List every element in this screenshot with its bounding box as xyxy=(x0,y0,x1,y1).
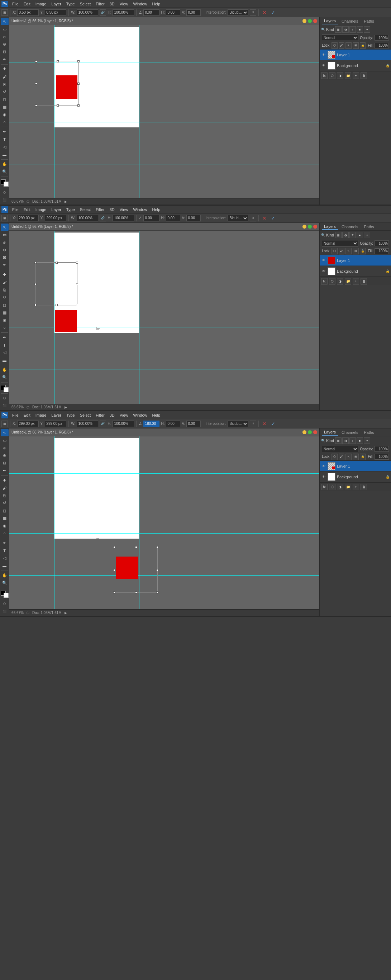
h-input-1[interactable] xyxy=(112,10,134,16)
tool-stamp-2[interactable]: ⎘ xyxy=(1,286,9,294)
layer-eye-bg-2[interactable]: 👁 xyxy=(321,269,326,274)
angle-input-2[interactable] xyxy=(143,215,160,221)
w-input-3[interactable] xyxy=(77,420,98,427)
tool-mask-1[interactable]: ⬡ xyxy=(1,189,9,196)
tool-eyedrop-2[interactable]: ✒ xyxy=(1,262,9,269)
bg-color-2[interactable] xyxy=(3,387,9,392)
menu-file-2[interactable]: File xyxy=(10,207,21,212)
layer-eye-1-1[interactable]: 👁 xyxy=(321,52,326,57)
mask-btn-2[interactable]: ⬡ xyxy=(329,278,336,285)
adj-btn-3[interactable]: ◑ xyxy=(337,484,344,490)
status-arrow-3[interactable]: ▶ xyxy=(65,611,67,615)
layer-eye-bg-1[interactable]: 👁 xyxy=(321,63,326,68)
doc-minimize-2[interactable] xyxy=(302,224,306,229)
menu-type-3[interactable]: Type xyxy=(64,412,77,418)
filter-adj-2[interactable]: ◑ xyxy=(342,232,349,238)
cancel-transform-3[interactable]: ✕ xyxy=(261,420,268,427)
tool-lasso-3[interactable]: ⌀ xyxy=(1,444,9,452)
tool-pen-2[interactable]: ✒ xyxy=(1,334,9,341)
filter-pixel-1[interactable]: ▦ xyxy=(335,26,342,33)
menu-view-3[interactable]: View xyxy=(117,412,130,418)
tool-blur-1[interactable]: ◉ xyxy=(1,111,9,118)
tool-brush-2[interactable]: 🖌 xyxy=(1,279,9,286)
menu-select-2[interactable]: Select xyxy=(78,207,93,212)
tool-mask-2[interactable]: ⬡ xyxy=(1,395,9,402)
menu-select-1[interactable]: Select xyxy=(78,1,93,7)
group-btn-1[interactable]: 📁 xyxy=(345,73,351,79)
delete-layer-btn-3[interactable]: 🗑 xyxy=(361,484,367,490)
fill-input-1[interactable] xyxy=(375,43,389,48)
cancel-transform-2[interactable]: ✕ xyxy=(261,215,268,222)
vskew-input-3[interactable] xyxy=(186,420,201,427)
menu-filter-3[interactable]: Filter xyxy=(93,412,106,418)
fx-btn-3[interactable]: fx xyxy=(321,484,328,490)
h-input-3[interactable] xyxy=(112,420,134,427)
tool-quicksel-1[interactable]: ⊙ xyxy=(1,41,9,48)
bg-color-1[interactable] xyxy=(3,181,9,186)
tool-blur-3[interactable]: ◉ xyxy=(1,522,9,529)
doc-close-1[interactable] xyxy=(313,19,317,23)
tool-gradient-1[interactable]: ▦ xyxy=(1,103,9,111)
menu-filter-1[interactable]: Filter xyxy=(93,1,106,7)
layer-eye-1-3[interactable]: 👁 xyxy=(321,464,326,469)
tool-crop-3[interactable]: ⊡ xyxy=(1,459,9,466)
hskew-input-3[interactable] xyxy=(166,420,180,427)
link-icon-2[interactable]: 🔗 xyxy=(100,215,106,221)
hskew-input-2[interactable] xyxy=(166,215,180,221)
lock-transparent-3[interactable]: ⬡ xyxy=(331,453,337,460)
menu-select-3[interactable]: Select xyxy=(78,412,93,418)
lock-all-1[interactable]: 🔒 xyxy=(360,42,366,49)
lock-brush-2[interactable]: 🖌 xyxy=(339,248,345,255)
tool-eraser-1[interactable]: ◻ xyxy=(1,96,9,103)
layer-row-layer1-1[interactable]: 👁 Layer 1 xyxy=(320,49,391,60)
layers-tab-3[interactable]: Layers xyxy=(322,429,338,436)
handle-br-3[interactable] xyxy=(156,591,158,593)
confirm-transform-2[interactable]: ✓ xyxy=(269,215,277,222)
lock-transparent-2[interactable]: ⬡ xyxy=(331,248,337,255)
y-input-2[interactable] xyxy=(45,215,66,221)
w-input-1[interactable] xyxy=(77,10,98,16)
tool-crop-2[interactable]: ⊡ xyxy=(1,254,9,261)
menu-type-1[interactable]: Type xyxy=(64,1,77,7)
channels-tab-3[interactable]: Channels xyxy=(339,430,360,435)
confirm-transform-3[interactable]: ✓ xyxy=(269,420,277,427)
lock-all-3[interactable]: 🔒 xyxy=(360,453,366,460)
blend-mode-select-2[interactable]: Normal xyxy=(322,240,358,247)
menu-edit-2[interactable]: Edit xyxy=(22,207,33,212)
color-squares-2[interactable] xyxy=(1,385,9,392)
tool-gradient-3[interactable]: ▦ xyxy=(1,515,9,522)
tool-path-3[interactable]: ◁ xyxy=(1,555,9,562)
transform-icon-2[interactable]: ⊞ xyxy=(2,215,8,221)
group-btn-3[interactable]: 📁 xyxy=(345,484,351,490)
tool-eraser-3[interactable]: ◻ xyxy=(1,507,9,514)
layer-row-bg-2[interactable]: 👁 Background 🔒 xyxy=(320,266,391,277)
menu-help-3[interactable]: Help xyxy=(150,412,163,418)
handle-mr-3[interactable] xyxy=(156,569,158,571)
tool-zoom-1[interactable]: 🔍 xyxy=(1,168,9,175)
lock-move-3[interactable]: ↖ xyxy=(345,453,351,460)
doc-close-3[interactable] xyxy=(313,430,317,434)
layer-row-bg-3[interactable]: 👁 Background 🔒 xyxy=(320,471,391,482)
color-squares-1[interactable] xyxy=(1,180,9,186)
lock-brush-1[interactable]: 🖌 xyxy=(339,42,345,49)
tool-eyedrop-1[interactable]: ✒ xyxy=(1,56,9,63)
fx-btn-1[interactable]: fx xyxy=(321,73,328,79)
y-input-3[interactable] xyxy=(45,420,66,427)
layer-eye-1-2[interactable]: 👁 xyxy=(321,258,326,263)
tool-lasso-1[interactable]: ⌀ xyxy=(1,33,9,40)
handle-ml-3[interactable] xyxy=(113,569,116,571)
tool-blur-2[interactable]: ◉ xyxy=(1,317,9,324)
new-layer-btn-1[interactable]: + xyxy=(353,73,359,79)
interpolation-select-2[interactable]: Bicubi... xyxy=(228,215,249,221)
tool-quicksel-3[interactable]: ⊙ xyxy=(1,452,9,459)
tool-shape-3[interactable]: ▬ xyxy=(1,562,9,570)
paths-tab-2[interactable]: Paths xyxy=(362,224,376,230)
doc-minimize-1[interactable] xyxy=(302,19,306,23)
filter-pixel-2[interactable]: ▦ xyxy=(335,232,342,238)
handle-tr-3[interactable] xyxy=(156,546,158,548)
tool-eyedrop-3[interactable]: ✒ xyxy=(1,467,9,474)
tool-history-3[interactable]: ↺ xyxy=(1,500,9,507)
tool-heal-2[interactable]: ✚ xyxy=(1,271,9,278)
status-arrow-2[interactable]: ▶ xyxy=(65,406,67,409)
menu-edit-3[interactable]: Edit xyxy=(22,412,33,418)
